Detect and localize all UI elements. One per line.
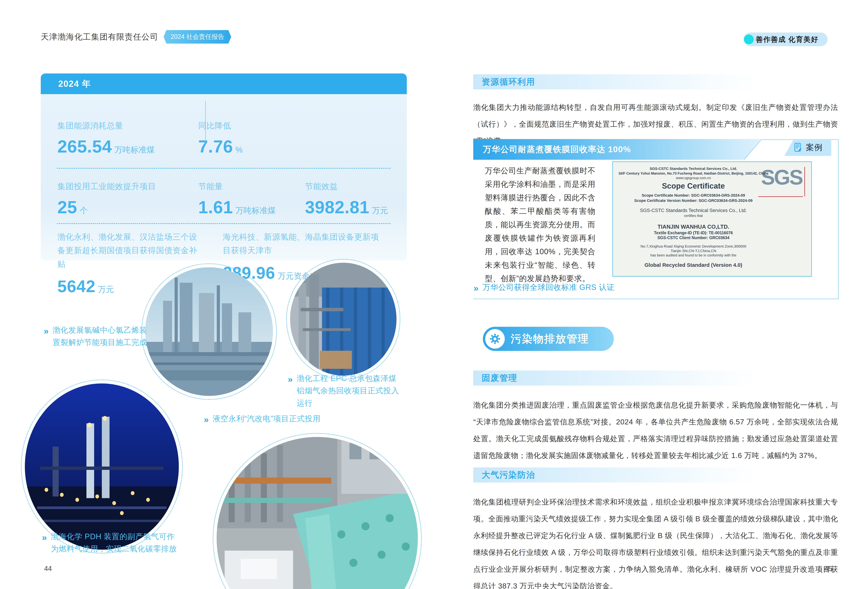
caption-text: 液空永利“汽改电”项目正式投用	[213, 412, 320, 427]
page-header-right: 善作善成 化育美好	[744, 32, 828, 46]
photo-pdh-night	[25, 384, 179, 550]
stat-label: 节能效益	[305, 181, 388, 192]
aerial-plant-photo	[217, 437, 418, 589]
photo-epc-waste-heat	[290, 263, 397, 376]
caption-steam-electric: 液空永利“汽改电”项目正式投用	[204, 412, 375, 427]
chevrons-icon	[44, 324, 49, 348]
section-title-text: 污染物排放管理	[511, 332, 589, 346]
chevrons-icon	[288, 372, 293, 409]
photo-chlor-alkali-plant	[145, 267, 273, 396]
cert-certifies-that: certifies that	[620, 214, 767, 218]
caption-chlor-alkali: 渤化发展氯碱中心氯乙烯装置裂解炉节能项目施工完成	[44, 324, 149, 348]
cert-website: www.sgsgroup.com.cn	[620, 176, 767, 180]
chevrons-icon	[42, 530, 47, 555]
page-header-left: 天津渤海化工集团有限责任公司 2024 社会责任报告	[41, 30, 231, 44]
divider	[57, 168, 391, 169]
divider	[57, 223, 391, 224]
stat-efficiency-projects: 集团投用工业能效提升项目 25个	[58, 181, 156, 217]
stat-energy-saved: 节能量 1.61万吨标准煤	[198, 181, 276, 217]
cert-address3: Tianjin Shi,CN-TJ,China,CN	[620, 249, 767, 253]
caption-grs: 万华公司获得全球回收标准 GRS 认证	[474, 281, 615, 295]
stat-value: 1.61	[198, 197, 233, 217]
section-title-pollution-management: 污染物排放管理	[483, 327, 614, 351]
stat-label: 集团投用工业能效提升项目	[58, 181, 156, 192]
gear-icon	[485, 329, 505, 348]
cert-version-number: Scope Certificate Version Number: SGC-GR…	[620, 198, 767, 203]
stat-label: 渤化永利、渤化发展、汉沽盐场三个设备更新超长期国债项目获得国债资金补贴	[58, 230, 204, 271]
paragraph-air-pollution: 渤化集团梳理研判企业环保治理技术需求和环境效益，组织企业积极申报京津冀环境综合治…	[473, 494, 838, 589]
sgs-logo: SGS	[761, 165, 802, 189]
stat-energy-consumption: 集团能源消耗总量 265.54万吨标准煤	[58, 120, 155, 156]
stat-value: 25	[58, 197, 77, 217]
stats-card-2024: 2024 年 集团能源消耗总量 265.54万吨标准煤 同比降低 7.76% 集…	[41, 74, 407, 261]
cert-address: 16/F Century Yuhui Mansion, No.73 Fuchen…	[613, 171, 774, 176]
heading-air-pollution: 大气污染防治	[473, 467, 838, 483]
case-tag-label: 案例	[806, 142, 823, 153]
stat-saving-benefit: 节能效益 3982.81万元	[305, 181, 388, 217]
photo-steam-to-electric	[217, 437, 418, 589]
stats-card-year: 2024 年	[41, 74, 407, 94]
stat-label: 节能量	[198, 181, 276, 192]
stat-unit: 万吨标准煤	[236, 206, 276, 215]
stats-card-body: 集团能源消耗总量 265.54万吨标准煤 同比降低 7.76% 集团投用工业能效…	[41, 94, 407, 261]
cyan-dot-icon	[744, 34, 754, 44]
plant-night-photo	[25, 384, 179, 550]
stat-unit: %	[236, 145, 243, 154]
case-tag: 案例	[784, 139, 831, 156]
caption-text: 渤海化学 PDH 装置的副产氢气可作为燃料气使用，实现二氧化碳零排放	[51, 530, 180, 555]
plant-day-photo	[145, 267, 273, 396]
cert-certifier: SGS-CSTC Standards Technical Services Co…	[620, 208, 767, 213]
caption-text: 渤化工程 EPC 总承包森泽煤铝烟气余热回收项目正式投入运行	[297, 372, 404, 409]
stat-unit: 万元	[372, 206, 388, 215]
case-banner: 万华公司耐蒸煮覆铁膜回收率达 100%	[473, 139, 761, 160]
blue-building-photo	[290, 263, 397, 376]
vertical-divider	[205, 101, 206, 145]
sgs-logo-red-line	[804, 167, 805, 196]
stat-label: 同比降低	[198, 120, 243, 131]
caption-text: 万华公司获得全球回收标准 GRS 认证	[483, 281, 615, 295]
sgs-certificate-image: SGS SGS-CSTC Standards Technical Service…	[613, 161, 812, 276]
cert-conformity: has been audited and found to be in conf…	[620, 253, 767, 257]
report-title-badge: 2024 社会责任报告	[164, 30, 231, 44]
stat-value: 3982.81	[305, 197, 369, 217]
heading-solid-waste: 固废管理	[473, 371, 838, 385]
cert-standard: Global Recycled Standard (Version 4.0)	[620, 262, 767, 268]
stat-unit: 万元	[98, 285, 114, 294]
stat-label: 海光科技、新源氢能、海晶集团设备更新项目获得天津市	[223, 230, 380, 257]
company-name: 天津渤海化工集团有限责任公司	[41, 31, 158, 42]
stat-unit: 个	[80, 206, 88, 215]
caption-text: 渤化发展氯碱中心氯乙烯装置裂解炉节能项目施工完成	[53, 324, 149, 348]
caption-pdh: 渤海化学 PDH 装置的副产氢气可作为燃料气使用，实现二氧化碳零排放	[42, 530, 180, 555]
cert-address2: No.7,Xinghua Road Xiqing Economic Develo…	[620, 244, 767, 248]
stat-value: 265.54	[58, 137, 112, 156]
slogan-text: 善作善成 化育美好	[754, 35, 828, 44]
stat-label: 集团能源消耗总量	[58, 120, 155, 131]
case-doc-leaf-icon	[793, 142, 803, 152]
report-spread: 天津渤海化工集团有限责任公司 2024 社会责任报告 善作善成 化育美好 202…	[0, 0, 868, 589]
chevrons-icon	[474, 281, 479, 295]
chevrons-icon	[204, 412, 209, 427]
caption-epc: 渤化工程 EPC 总承包森泽煤铝烟气余热回收项目正式投入运行	[288, 372, 404, 409]
heading-resource-recycling: 资源循环利用	[473, 74, 838, 89]
cert-number: Scope Certificate Number: SGC-GRC03634-G…	[620, 193, 767, 198]
stat-value: 7.76	[198, 137, 233, 156]
cert-client-number: SGS-CSTC Client Number: GRC03634	[620, 235, 767, 240]
cert-title: Scope Certificate	[620, 182, 767, 190]
case-paragraph: 万华公司生产耐蒸煮覆铁膜时不采用化学涂料和油墨，而是采用塑料薄膜进行热覆合，因此…	[485, 164, 595, 285]
case-block: 万华公司耐蒸煮覆铁膜回收率达 100% 案例 万华公司生产耐蒸煮覆铁膜时不采用化…	[473, 139, 838, 299]
cert-issuer: SGS-CSTC Standards Technical Services Co…	[620, 167, 767, 171]
stat-yoy-decrease: 同比降低 7.76%	[198, 120, 243, 156]
paragraph-solid-waste: 渤化集团分类推进固废治理，重点固废监管企业根据危废信息化提升新要求，采购危险废物…	[473, 397, 838, 464]
cert-company: TIANJIN WANHUA CO,LTD.	[620, 224, 767, 230]
page-number-left: 44	[44, 565, 52, 573]
stat-unit: 万吨标准煤	[114, 145, 155, 154]
cert-te-id: Textile Exchange-ID (TE-ID): TE-00116076	[620, 230, 767, 235]
stat-value: 5642	[58, 277, 96, 296]
